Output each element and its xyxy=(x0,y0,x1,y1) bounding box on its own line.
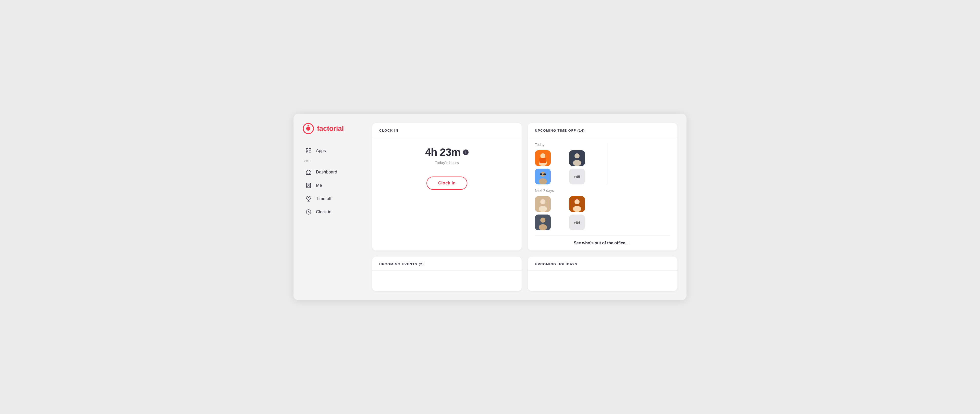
main-content: CLOCK IN 4h 23m i Today´s hours Clock in… xyxy=(365,114,687,300)
sidebar-item-apps[interactable]: Apps xyxy=(303,144,358,157)
time-off-card-title: UPCOMING TIME OFF (14) xyxy=(535,128,585,132)
next7-avatar-3 xyxy=(535,214,551,230)
svg-rect-23 xyxy=(540,173,542,175)
sidebar-item-dashboard[interactable]: Dashboard xyxy=(303,166,358,179)
see-office-text: See who's out of the office xyxy=(574,241,625,245)
upcoming-events-card: UPCOMING EVENTS (2) xyxy=(372,257,522,291)
today-avatar-2 xyxy=(569,150,585,166)
svg-point-30 xyxy=(573,206,581,212)
sidebar-item-me[interactable]: Me xyxy=(303,179,358,192)
clock-in-card-title: CLOCK IN xyxy=(379,128,398,132)
logo-area: factorial xyxy=(303,123,358,134)
today-column: Today xyxy=(535,143,600,184)
factorial-logo-icon xyxy=(303,123,314,134)
svg-rect-3 xyxy=(306,149,308,150)
logo-text: factorial xyxy=(317,124,344,133)
svg-point-33 xyxy=(539,224,547,230)
next7-avatar-2 xyxy=(569,196,585,212)
next7-column: Next 7 days xyxy=(535,189,600,230)
today-avatar-3 xyxy=(535,169,551,184)
upcoming-events-title: UPCOMING EVENTS (2) xyxy=(379,262,424,266)
hours-display: 4h 23m i xyxy=(425,146,469,159)
hours-label: Today´s hours xyxy=(435,160,459,165)
svg-point-9 xyxy=(308,184,309,186)
svg-point-2 xyxy=(307,125,309,126)
svg-rect-24 xyxy=(543,173,546,175)
dashboard-icon xyxy=(305,169,312,176)
sidebar-item-time-off[interactable]: Time off xyxy=(303,192,358,205)
arrow-icon: → xyxy=(627,241,632,245)
upcoming-holidays-header: UPCOMING HOLIDAYS xyxy=(528,257,677,271)
next7-avatars: +84 xyxy=(535,196,600,230)
clock-in-icon xyxy=(305,209,312,215)
time-off-body: Today xyxy=(528,137,677,251)
next7-label: Next 7 days xyxy=(535,189,600,193)
svg-point-1 xyxy=(306,127,310,131)
svg-point-32 xyxy=(540,217,546,223)
today-extra-count: +45 xyxy=(569,169,585,184)
time-off-card: UPCOMING TIME OFF (14) Today xyxy=(528,123,677,251)
sidebar-item-clock-in[interactable]: Clock in xyxy=(303,206,358,218)
next7-avatar-1 xyxy=(535,196,551,212)
svg-point-22 xyxy=(539,178,547,184)
today-avatar-1 xyxy=(535,150,551,166)
you-section-label: YOU xyxy=(303,160,358,163)
clock-in-button[interactable]: Clock in xyxy=(426,176,468,190)
upcoming-holidays-body xyxy=(528,271,677,291)
time-off-label: Time off xyxy=(316,196,331,201)
clock-in-card-header: CLOCK IN xyxy=(372,123,522,137)
today-label: Today xyxy=(535,143,600,147)
today-avatars: +45 xyxy=(535,150,600,184)
upcoming-events-body xyxy=(372,271,522,291)
upcoming-events-header: UPCOMING EVENTS (2) xyxy=(372,257,522,271)
dashboard-label: Dashboard xyxy=(316,170,337,175)
svg-point-29 xyxy=(574,199,579,204)
svg-point-18 xyxy=(574,153,579,159)
sidebar: factorial Apps YOU xyxy=(293,114,365,300)
me-label: Me xyxy=(316,183,322,188)
time-off-columns: Today xyxy=(535,143,670,230)
svg-point-27 xyxy=(539,206,547,212)
time-off-card-header: UPCOMING TIME OFF (14) xyxy=(528,123,677,137)
clock-in-body: 4h 23m i Today´s hours Clock in xyxy=(372,137,522,200)
apps-icon xyxy=(305,148,312,154)
apps-label: Apps xyxy=(316,148,326,153)
hours-text: 4h 23m xyxy=(425,146,461,159)
next7-extra-count: +84 xyxy=(569,214,585,230)
clock-in-card: CLOCK IN 4h 23m i Today´s hours Clock in xyxy=(372,123,522,251)
svg-point-14 xyxy=(540,153,546,159)
svg-rect-5 xyxy=(306,151,308,153)
svg-rect-16 xyxy=(539,158,546,163)
info-icon[interactable]: i xyxy=(463,149,469,155)
clock-in-sidebar-label: Clock in xyxy=(316,209,331,214)
svg-point-19 xyxy=(573,160,581,166)
see-office-link[interactable]: See who's out of the office → xyxy=(535,235,670,251)
upcoming-holidays-card: UPCOMING HOLIDAYS xyxy=(528,257,677,291)
svg-point-26 xyxy=(540,199,546,204)
me-icon xyxy=(305,182,312,189)
svg-rect-4 xyxy=(309,149,311,150)
upcoming-holidays-title: UPCOMING HOLIDAYS xyxy=(535,262,578,266)
time-off-icon xyxy=(305,195,312,202)
